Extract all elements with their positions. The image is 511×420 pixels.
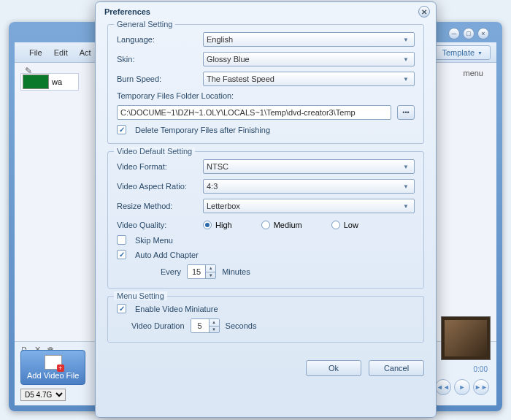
video-format-label: Video Format:: [117, 162, 197, 171]
video-legend: Video Default Setting: [114, 147, 195, 156]
temp-folder-label: Temporary Files Folder Location:: [117, 91, 234, 100]
minutes-label: Minutes: [222, 267, 250, 276]
resize-method-label: Resize Method:: [117, 202, 197, 210]
skip-menu-label: Skip Menu: [135, 236, 173, 245]
skin-select[interactable]: Glossy Blue▼: [203, 52, 415, 66]
cancel-button[interactable]: Cancel: [369, 360, 424, 376]
general-setting-group: General Setting Language: English▼ Skin:…: [107, 24, 424, 144]
minimize-button[interactable]: ─: [448, 28, 460, 39]
skip-menu-checkbox[interactable]: [117, 235, 126, 245]
thumb-label: wa: [52, 77, 62, 86]
preview-pane: [441, 316, 491, 360]
menu-label: menu: [463, 69, 483, 77]
video-thumb[interactable]: wa: [20, 73, 79, 91]
preferences-dialog: Preferences ✕ General Setting Language: …: [95, 1, 437, 418]
auto-chapter-checkbox[interactable]: ✓: [117, 250, 126, 259]
chevron-down-icon: ▼: [401, 54, 411, 64]
duration-spinner[interactable]: 5 ▲▼: [191, 318, 220, 333]
quality-high-label: High: [215, 221, 232, 229]
aspect-ratio-select[interactable]: 4:3▼: [203, 179, 415, 194]
seconds-label: Seconds: [226, 321, 257, 330]
video-duration-label: Video Duration: [131, 321, 185, 330]
quality-medium-label: Medium: [274, 221, 302, 229]
ok-button[interactable]: Ok: [306, 360, 361, 376]
chevron-down-icon: ▼: [401, 74, 411, 84]
close-icon[interactable]: ✕: [418, 6, 430, 18]
template-button[interactable]: Template▼: [434, 45, 491, 60]
menu-act[interactable]: Act: [75, 47, 96, 58]
skin-label: Skin:: [117, 55, 197, 64]
file-plus-icon: [45, 355, 62, 370]
chapter-interval-spinner[interactable]: 15 ▲▼: [187, 264, 216, 279]
quality-low-radio[interactable]: [331, 221, 340, 229]
burn-speed-label: Burn Speed:: [117, 75, 197, 83]
burn-speed-select[interactable]: The Fastest Speed▼: [203, 72, 415, 86]
delete-temp-label: Delete Temporary Files after Finishing: [135, 126, 270, 134]
close-window-button[interactable]: ×: [477, 28, 489, 39]
quality-high-radio[interactable]: [203, 221, 212, 229]
menu-edit[interactable]: Edit: [50, 47, 72, 58]
delete-temp-checkbox[interactable]: ✓: [117, 125, 126, 134]
disc-selector[interactable]: D5 4.7G: [20, 389, 66, 401]
add-video-button[interactable]: Add Video File: [20, 350, 85, 385]
language-select[interactable]: English▼: [203, 32, 415, 47]
chevron-down-icon: ▼: [401, 34, 411, 45]
browse-button[interactable]: •••: [397, 105, 415, 120]
video-default-group: Video Default Setting Video Format: NTSC…: [107, 151, 424, 289]
dropdown-icon: ▼: [477, 50, 483, 56]
resize-method-select[interactable]: Letterbox▼: [203, 199, 415, 213]
chevron-down-icon: ▼: [401, 201, 411, 211]
aspect-ratio-label: Video Aspect Ratio:: [117, 182, 197, 191]
quality-medium-radio[interactable]: [261, 221, 270, 229]
chevron-down-icon: ▼: [401, 181, 411, 191]
quality-low-label: Low: [344, 221, 358, 229]
prev-button[interactable]: ◄◄: [435, 379, 451, 395]
enable-miniature-checkbox[interactable]: ✓: [117, 304, 126, 313]
play-button[interactable]: ►: [454, 379, 470, 395]
chevron-down-icon: ▼: [401, 161, 411, 172]
every-label: Every: [161, 267, 181, 276]
dialog-title: Preferences: [104, 7, 150, 16]
auto-chapter-label: Auto Add Chapter: [135, 251, 199, 259]
spinner-up-icon[interactable]: ▲: [210, 319, 219, 327]
spinner-up-icon[interactable]: ▲: [206, 265, 215, 272]
video-format-select[interactable]: NTSC▼: [203, 159, 415, 174]
menubar: File Edit Act: [25, 47, 96, 58]
general-legend: General Setting: [114, 20, 175, 28]
next-button[interactable]: ►►: [473, 379, 489, 395]
menu-file[interactable]: File: [25, 47, 47, 58]
enable-miniature-label: Enable Video Miniature: [135, 305, 218, 313]
spinner-down-icon[interactable]: ▼: [206, 272, 215, 279]
spinner-down-icon[interactable]: ▼: [210, 327, 219, 333]
time-display: 0:00: [474, 365, 488, 373]
video-quality-label: Video Quality:: [117, 221, 197, 229]
thumb-image: [23, 75, 49, 89]
language-label: Language:: [117, 35, 197, 44]
maximize-button[interactable]: □: [463, 28, 474, 39]
temp-folder-input[interactable]: C:\DOCUME~1\DZH~1.OLY\LOCALS~1\Temp\dvd-…: [117, 105, 391, 120]
menu-legend: Menu Setting: [114, 291, 167, 300]
menu-setting-group: Menu Setting ✓ Enable Video Miniature Vi…: [107, 296, 424, 343]
